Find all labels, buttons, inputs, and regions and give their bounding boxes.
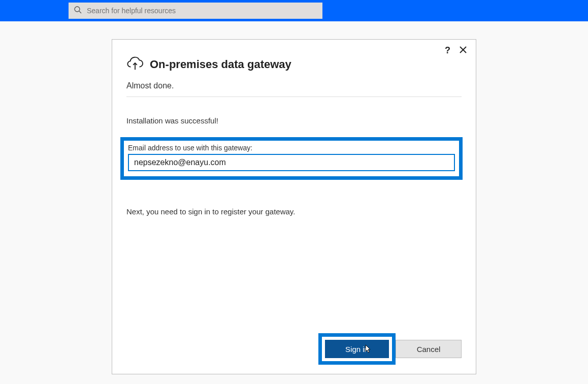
divider	[126, 97, 462, 97]
next-step-message: Next, you need to sign in to register yo…	[126, 207, 462, 216]
email-label: Email address to use with this gateway:	[128, 144, 455, 152]
email-field[interactable]	[128, 154, 455, 171]
signin-highlight-box: Sign in	[318, 333, 396, 365]
cloud-upload-icon	[126, 55, 144, 74]
status-message: Installation was successful!	[126, 116, 462, 125]
signin-button[interactable]: Sign in	[325, 340, 389, 358]
cancel-button[interactable]: Cancel	[396, 340, 462, 358]
dialog-title: On-premises data gateway	[150, 58, 291, 71]
button-row: Sign in Cancel	[318, 333, 462, 365]
svg-point-0	[75, 7, 80, 12]
top-bar	[0, 0, 588, 21]
page-background: ? On-premises data gateway Almost done. …	[0, 21, 588, 384]
help-icon[interactable]: ?	[445, 46, 450, 55]
email-highlight-box: Email address to use with this gateway:	[120, 137, 463, 180]
gateway-dialog: ? On-premises data gateway Almost done. …	[112, 39, 476, 374]
dialog-subtitle: Almost done.	[126, 81, 462, 90]
search-container[interactable]	[69, 3, 322, 19]
close-icon[interactable]	[460, 46, 467, 55]
search-icon	[74, 6, 82, 16]
search-input[interactable]	[82, 7, 317, 15]
svg-line-1	[79, 11, 81, 13]
